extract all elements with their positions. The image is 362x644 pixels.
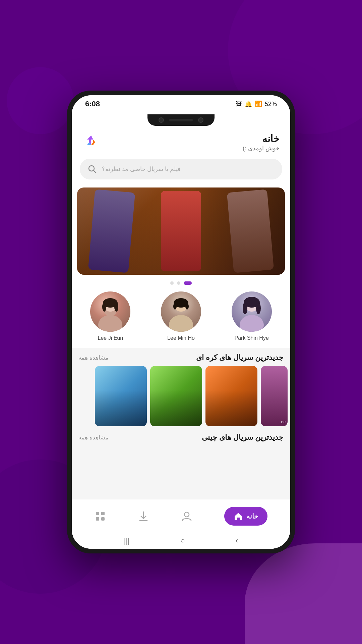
svg-point-24: [184, 512, 189, 517]
app-logo: [82, 133, 100, 150]
nav-item-grid[interactable]: [95, 511, 106, 522]
phone-screen: 6:08 🖼 🔔 📶 52%: [72, 95, 290, 549]
korean-series-see-all[interactable]: مشاهده همه: [78, 354, 108, 361]
nav-item-profile[interactable]: [181, 511, 192, 522]
dot-2[interactable]: [177, 281, 180, 285]
korean-series-title: جدیدترین سریال های کره ای: [196, 353, 284, 362]
svg-rect-21: [101, 517, 105, 521]
actors-section: Lee Ji Eun: [72, 286, 290, 348]
search-container: فیلم یا سریال خاصی مد نظرته؟: [72, 156, 290, 185]
actor-name-lee-ji-eun: Lee Ji Eun: [98, 335, 123, 341]
actor-avatar-lee-ji-eun: [90, 291, 130, 332]
app-content: خانه خوش اومدی :) فیلم یا سریال خاصی مد …: [72, 127, 290, 549]
second-section-see-all[interactable]: مشاهده همه: [78, 434, 108, 441]
header-text: خانه خوش اومدی :): [243, 133, 280, 152]
search-bar[interactable]: فیلم یا سریال خاصی مد نظرته؟: [80, 159, 282, 179]
hero-banner[interactable]: [77, 187, 285, 275]
actor-avatar-lee-min-ho: [161, 291, 201, 332]
dot-1[interactable]: [170, 281, 174, 285]
svg-point-7: [114, 302, 118, 312]
svg-rect-18: [96, 512, 99, 515]
svg-line-1: [94, 170, 96, 173]
header-title: خانه: [243, 133, 280, 145]
notch: [147, 114, 215, 126]
nav-home-label: خانه: [246, 512, 258, 520]
speaker-grille: [169, 119, 193, 121]
actor-item-lee-ji-eun[interactable]: Lee Ji Eun: [77, 291, 144, 341]
series-card-partial[interactable]: ec...: [261, 366, 288, 426]
svg-rect-19: [101, 512, 105, 515]
android-nav: ||| ○ ‹: [72, 533, 290, 549]
dot-3-active[interactable]: [184, 281, 192, 285]
svg-point-3: [98, 315, 122, 332]
actor-name-park-shin-hye: Park Shin Hye: [235, 335, 269, 341]
scroll-area[interactable]: Lee Ji Eun: [72, 185, 290, 499]
svg-point-8: [169, 315, 193, 332]
android-recent-btn[interactable]: |||: [124, 536, 130, 545]
svg-point-11: [173, 303, 177, 310]
status-bar: 6:08 🖼 🔔 📶 52%: [72, 95, 290, 113]
actor-item-park-shin-hye[interactable]: Park Shin Hye: [218, 291, 285, 341]
korean-series-header: جدیدترین سریال های کره ای مشاهده همه: [72, 348, 290, 366]
svg-point-17: [256, 302, 261, 314]
battery-icon: 52%: [265, 101, 277, 108]
hero-character-3: [88, 189, 135, 273]
hero-section: [72, 185, 290, 277]
gallery-icon: 🖼: [236, 101, 242, 108]
series-card-1[interactable]: [95, 366, 147, 426]
status-time: 6:08: [85, 100, 100, 108]
signal-icon: 📶: [255, 100, 262, 108]
hero-character-1: [227, 189, 274, 273]
carousel-dots: [72, 277, 290, 286]
actors-row: Lee Ji Eun: [77, 291, 285, 341]
svg-point-12: [185, 303, 189, 310]
notification-icon: 🔔: [245, 100, 252, 108]
second-section-header: جدیدترین سریال های چینی مشاهده همه: [72, 432, 290, 444]
svg-point-16: [243, 302, 247, 314]
actor-avatar-park-shin-hye: [232, 291, 272, 332]
bottom-nav: خانه: [72, 499, 290, 533]
hero-character-2: [161, 191, 201, 271]
svg-point-13: [240, 315, 264, 332]
sensor: [198, 117, 203, 123]
search-icon[interactable]: [86, 163, 98, 175]
svg-rect-20: [96, 517, 99, 521]
phone-frame: 6:08 🖼 🔔 📶 52%: [67, 91, 295, 553]
nav-item-download[interactable]: [138, 511, 149, 522]
android-back-btn[interactable]: ‹: [236, 536, 238, 545]
series-card-3[interactable]: [205, 366, 257, 426]
second-section-title: جدیدترین سریال های چینی: [202, 433, 284, 442]
nav-item-home[interactable]: خانه: [224, 507, 267, 526]
header-subtitle: خوش اومدی :): [243, 145, 280, 152]
korean-series-row: ec...: [72, 366, 290, 432]
actor-name-lee-min-ho: Lee Min Ho: [167, 335, 195, 341]
svg-point-6: [102, 302, 106, 312]
front-camera: [159, 117, 164, 123]
status-icons: 🖼 🔔 📶 52%: [236, 100, 277, 108]
series-card-2[interactable]: [150, 366, 202, 426]
search-placeholder-text: فیلم یا سریال خاصی مد نظرته؟: [102, 165, 181, 173]
android-home-btn[interactable]: ○: [180, 536, 185, 545]
app-header: خانه خوش اومدی :): [72, 127, 290, 156]
notch-area: [72, 113, 290, 127]
actor-item-lee-min-ho[interactable]: Lee Min Ho: [148, 291, 215, 341]
